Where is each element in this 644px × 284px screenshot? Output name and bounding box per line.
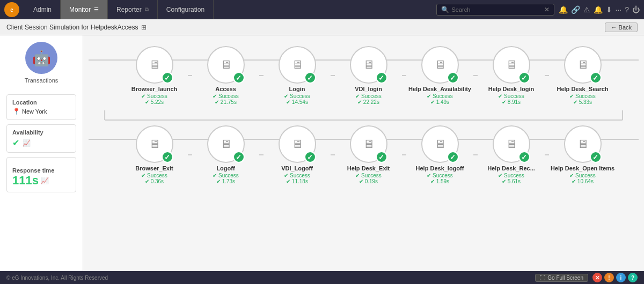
tab-configuration[interactable]: Configuration — [158, 0, 214, 19]
flow-row-1: 🖥 ✓ Browser_launch ✔ Success ✔ 5.22s 🖥 ✓… — [89, 41, 639, 110]
footer: © eG Innovations, Inc. All Rights Reserv… — [0, 271, 644, 284]
node-success-r1-5: ✔ Success — [498, 93, 524, 99]
transaction-node-r1-6[interactable]: 🖥 ✓ Help Desk_Search ✔ Success ✔ 5.33s — [549, 46, 616, 105]
notification-icon[interactable]: 🔔 — [594, 5, 603, 14]
node-success-r1-0: ✔ Success — [141, 93, 167, 99]
node-circle-r2-1: 🖥 ✓ — [493, 125, 530, 163]
flow-connector — [402, 154, 406, 155]
back-button[interactable]: ← Back — [605, 23, 638, 32]
status-badge-r1-5: ✓ — [518, 72, 530, 84]
flow-area: 🖥 ✓ Browser_launch ✔ Success ✔ 5.22s 🖥 ✓… — [83, 35, 644, 271]
transaction-node-r2-4[interactable]: 🖥 ✓ VDI_Logoff ✔ Success ✔ 11.18s — [264, 125, 331, 184]
footer-copyright: © eG Innovations, Inc. All Rights Reserv… — [6, 275, 108, 281]
transaction-node-r1-3[interactable]: 🖥 ✓ VDI_login ✔ Success ✔ 22.22s — [335, 46, 402, 105]
node-success-r2-1: ✔ Success — [498, 173, 524, 178]
status-badge-r1-4: ✓ — [447, 72, 459, 84]
status-badge-r2-4: ✓ — [304, 151, 316, 163]
status-badge-r2-6: ✓ — [162, 151, 173, 163]
tab-reporter[interactable]: Reporter ⧉ — [108, 0, 158, 19]
robot-icon: 🤖 — [25, 42, 57, 74]
monitor-icon-r1-6: 🖥 — [577, 58, 589, 72]
node-name-r1-3: VDI_login — [355, 86, 382, 92]
transaction-node-r2-2[interactable]: 🖥 ✓ Help Desk_logoff ✔ Success ✔ 1.59s — [406, 125, 473, 184]
status-circle-blue[interactable]: i — [616, 273, 626, 282]
status-badge-r1-0: ✓ — [162, 72, 173, 84]
monitor-icon-r2-5: 🖥 — [220, 137, 232, 151]
node-success-r2-0: ✔ Success — [569, 173, 596, 178]
node-name-r1-1: Access — [215, 86, 236, 92]
availability-box: Availability ✔ 📈 — [6, 124, 76, 153]
node-time-r2-1: ✔ 5.61s — [502, 178, 521, 184]
monitor-icon-r2-1: 🖥 — [506, 137, 517, 151]
help-icon[interactable]: ? — [625, 5, 629, 14]
more-icon[interactable]: ··· — [616, 5, 622, 14]
status-circle-red[interactable]: ✕ — [592, 273, 602, 282]
status-badge-r2-3: ✓ — [376, 151, 387, 163]
tab-admin[interactable]: Admin — [25, 0, 61, 19]
flow-row-2: 🖥 ✓ Help Desk_Open Items ✔ Success ✔ 10.… — [89, 120, 639, 190]
node-circle-r1-5: 🖥 ✓ — [493, 46, 530, 84]
transaction-node-r1-2[interactable]: 🖥 ✓ Login ✔ Success ✔ 14.54s — [264, 46, 331, 105]
node-success-r1-3: ✔ Success — [355, 93, 382, 99]
transactions-label: Transactions — [25, 77, 58, 84]
flow-connector — [259, 75, 264, 76]
fullscreen-button[interactable]: ⛶ Go Full Screen — [535, 274, 588, 282]
node-name-r2-1: Help Desk_Rec... — [487, 165, 535, 171]
flow-connector — [473, 154, 478, 155]
node-success-r2-4: ✔ Success — [284, 173, 310, 178]
transaction-node-r1-5[interactable]: 🖥 ✓ Help Desk_login ✔ Success ✔ 8.91s — [478, 46, 545, 105]
transaction-node-r2-3[interactable]: 🖥 ✓ Help Desk_Exit ✔ Success ✔ 0.19s — [335, 125, 402, 184]
node-time-r1-0: ✔ 5.22s — [145, 99, 164, 105]
footer-right: ⛶ Go Full Screen ✕ ! i ? — [535, 273, 638, 282]
monitor-icon-r1-2: 🖥 — [291, 58, 303, 72]
status-circle-teal[interactable]: ? — [628, 273, 638, 282]
monitor-icon-r1-0: 🖥 — [149, 58, 160, 72]
status-badge-r1-2: ✓ — [304, 72, 316, 84]
status-badge-r1-1: ✓ — [233, 72, 245, 84]
transaction-node-r2-0[interactable]: 🖥 ✓ Help Desk_Open Items ✔ Success ✔ 10.… — [549, 125, 616, 184]
node-circle-r2-2: 🖥 ✓ — [421, 125, 459, 163]
status-badge-r2-1: ✓ — [518, 151, 530, 163]
alert-icon[interactable]: ⚠ — [583, 5, 590, 14]
monitor-icon-r1-3: 🖥 — [363, 58, 375, 72]
pin-icon: 📍 — [12, 108, 20, 115]
left-panel: 🤖 Transactions Location 📍 New York Avail… — [0, 35, 83, 271]
node-time-r1-5: ✔ 8.91s — [502, 99, 521, 105]
node-success-r2-6: ✔ Success — [141, 173, 167, 178]
monitor-icon-r1-5: 🖥 — [506, 58, 517, 72]
bell-icon[interactable]: 🔔 — [559, 5, 568, 14]
download-icon[interactable]: ⬇ — [606, 5, 612, 14]
node-time-r2-5: ✔ 1.73s — [216, 178, 235, 184]
transaction-node-r1-0[interactable]: 🖥 ✓ Browser_launch ✔ Success ✔ 5.22s — [121, 46, 188, 105]
clear-search-icon[interactable]: ✕ — [544, 6, 550, 13]
fullscreen-icon: ⛶ — [540, 275, 545, 281]
power-icon[interactable]: ⏻ — [632, 5, 640, 14]
node-success-r1-4: ✔ Success — [427, 93, 453, 99]
flow-connector — [188, 154, 192, 155]
transaction-node-r1-4[interactable]: 🖥 ✓ Help Desk_Availability ✔ Success ✔ 1… — [406, 46, 473, 105]
flow-connector — [545, 75, 549, 76]
status-circle-orange[interactable]: ! — [604, 273, 614, 282]
response-chart-icon[interactable]: 📈 — [41, 177, 49, 184]
node-success-r1-1: ✔ Success — [213, 93, 239, 99]
transaction-node-r2-6[interactable]: 🖥 ✓ Browser_Exit ✔ Success ✔ 0.36s — [121, 125, 188, 184]
node-name-r2-0: Help Desk_Open Items — [551, 165, 614, 171]
search-input[interactable] — [452, 6, 544, 13]
transaction-node-r1-1[interactable]: 🖥 ✓ Access ✔ Success ✔ 21.75s — [192, 46, 259, 105]
menu-icon: ☰ — [94, 6, 99, 12]
node-name-r2-2: Help Desk_logoff — [416, 165, 464, 171]
flow-connector — [473, 75, 478, 76]
tab-monitor[interactable]: Monitor ☰ — [61, 0, 108, 19]
transaction-node-r2-1[interactable]: 🖥 ✓ Help Desk_Rec... ✔ Success ✔ 5.61s — [478, 125, 545, 184]
search-bar[interactable]: 🔍 ✕ — [436, 4, 554, 16]
status-badge-r2-0: ✓ — [590, 151, 602, 163]
node-time-r2-3: ✔ 0.19s — [359, 178, 378, 184]
node-name-r1-4: Help Desk_Availability — [408, 86, 471, 92]
breadcrumb-bar: Client Session Simulation for HelpdeskAc… — [0, 19, 644, 35]
node-circle-r1-3: 🖥 ✓ — [350, 46, 387, 84]
status-badge-r2-2: ✓ — [447, 151, 459, 163]
transaction-node-r2-5[interactable]: 🖥 ✓ Logoff ✔ Success ✔ 1.73s — [192, 125, 259, 184]
node-circle-r1-6: 🖥 ✓ — [564, 46, 602, 84]
link-icon[interactable]: 🔗 — [571, 5, 580, 14]
availability-chart-icon[interactable]: 📈 — [23, 139, 31, 147]
